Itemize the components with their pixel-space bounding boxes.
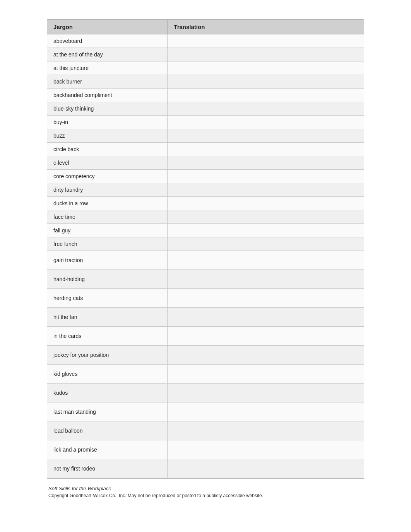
translation-cell[interactable]: [168, 75, 364, 89]
jargon-cell: c-level: [47, 156, 168, 170]
table-row: buy-in: [47, 116, 364, 129]
jargon-cell: back burner: [47, 75, 168, 89]
jargon-cell: in the cards: [47, 327, 168, 346]
col-header-translation: Translation: [168, 20, 364, 34]
jargon-cell: free lunch: [47, 237, 168, 251]
translation-cell[interactable]: [168, 116, 364, 129]
translation-cell[interactable]: [168, 129, 364, 143]
jargon-cell: lick and a promise: [47, 440, 168, 459]
table-row: free lunch: [47, 237, 364, 251]
translation-cell[interactable]: [168, 156, 364, 170]
translation-cell[interactable]: [168, 421, 364, 440]
jargon-cell: kid gloves: [47, 365, 168, 384]
table-body: aboveboardat the end of the dayat this j…: [47, 34, 364, 478]
table-row: hand-holding: [47, 270, 364, 289]
translation-cell[interactable]: [168, 48, 364, 61]
jargon-cell: aboveboard: [47, 34, 168, 48]
table-row: not my first rodeo: [47, 459, 364, 478]
jargon-table: Jargon Translation aboveboardat the end …: [47, 20, 364, 478]
translation-cell[interactable]: [168, 308, 364, 327]
translation-cell[interactable]: [168, 197, 364, 210]
translation-cell[interactable]: [168, 143, 364, 156]
jargon-cell: at the end of the day: [47, 48, 168, 61]
table-row: ducks in a row: [47, 197, 364, 210]
table-row: blue-sky thinking: [47, 102, 364, 116]
table-row: core competency: [47, 170, 364, 183]
jargon-cell: jockey for your position: [47, 346, 168, 365]
jargon-cell: circle back: [47, 143, 168, 156]
translation-cell[interactable]: [168, 289, 364, 308]
table-row: back burner: [47, 75, 364, 89]
table-row: c-level: [47, 156, 364, 170]
table-row: gain traction: [47, 251, 364, 270]
col-header-jargon: Jargon: [47, 20, 168, 34]
jargon-cell: fall guy: [47, 224, 168, 237]
table-row: jockey for your position: [47, 346, 364, 365]
footer-title: Soft Skills for the Workplace: [48, 486, 364, 491]
jargon-cell: gain traction: [47, 251, 168, 270]
page-container: Jargon Translation aboveboardat the end …: [47, 8, 364, 498]
table-row: dirty laundry: [47, 183, 364, 197]
table-row: herding cats: [47, 289, 364, 308]
table-row: circle back: [47, 143, 364, 156]
table-row: at this juncture: [47, 61, 364, 75]
jargon-cell: lead balloon: [47, 421, 168, 440]
jargon-cell: kudos: [47, 384, 168, 402]
translation-cell[interactable]: [168, 327, 364, 346]
footer: Soft Skills for the Workplace Copyright …: [47, 486, 364, 498]
table-row: kid gloves: [47, 365, 364, 384]
translation-cell[interactable]: [168, 183, 364, 197]
translation-cell[interactable]: [168, 346, 364, 365]
translation-cell[interactable]: [168, 440, 364, 459]
footer-copyright: Copyright Goodheart-Willcox Co., Inc. Ma…: [48, 493, 364, 498]
jargon-cell: dirty laundry: [47, 183, 168, 197]
translation-cell[interactable]: [168, 237, 364, 251]
jargon-cell: backhanded compliment: [47, 89, 168, 102]
table-row: lead balloon: [47, 421, 364, 440]
table-row: face time: [47, 210, 364, 224]
jargon-cell: blue-sky thinking: [47, 102, 168, 116]
jargon-cell: last man standing: [47, 402, 168, 421]
table-row: aboveboard: [47, 34, 364, 48]
table-row: hit the fan: [47, 308, 364, 327]
jargon-cell: hit the fan: [47, 308, 168, 327]
translation-cell[interactable]: [168, 270, 364, 289]
table-row: backhanded compliment: [47, 89, 364, 102]
translation-cell[interactable]: [168, 384, 364, 402]
table-header-row: Jargon Translation: [47, 20, 364, 34]
table-row: fall guy: [47, 224, 364, 237]
translation-cell[interactable]: [168, 402, 364, 421]
table-wrapper: Jargon Translation aboveboardat the end …: [47, 19, 364, 479]
table-row: at the end of the day: [47, 48, 364, 61]
table-row: buzz: [47, 129, 364, 143]
jargon-cell: buzz: [47, 129, 168, 143]
table-row: kudos: [47, 384, 364, 402]
translation-cell[interactable]: [168, 210, 364, 224]
jargon-cell: at this juncture: [47, 61, 168, 75]
translation-cell[interactable]: [168, 170, 364, 183]
translation-cell[interactable]: [168, 459, 364, 478]
translation-cell[interactable]: [168, 365, 364, 384]
jargon-cell: herding cats: [47, 289, 168, 308]
jargon-cell: core competency: [47, 170, 168, 183]
jargon-cell: ducks in a row: [47, 197, 168, 210]
table-row: last man standing: [47, 402, 364, 421]
translation-cell[interactable]: [168, 61, 364, 75]
table-row: lick and a promise: [47, 440, 364, 459]
translation-cell[interactable]: [168, 251, 364, 270]
table-row: in the cards: [47, 327, 364, 346]
translation-cell[interactable]: [168, 34, 364, 48]
translation-cell[interactable]: [168, 224, 364, 237]
jargon-cell: hand-holding: [47, 270, 168, 289]
jargon-cell: face time: [47, 210, 168, 224]
translation-cell[interactable]: [168, 102, 364, 116]
translation-cell[interactable]: [168, 89, 364, 102]
jargon-cell: not my first rodeo: [47, 459, 168, 478]
jargon-cell: buy-in: [47, 116, 168, 129]
